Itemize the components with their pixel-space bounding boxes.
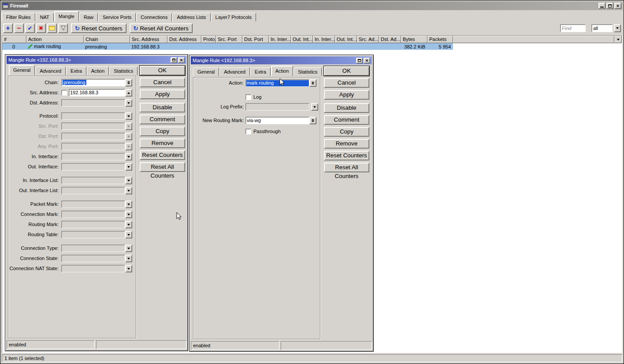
log-prefix-input[interactable] xyxy=(245,103,309,111)
col-chain[interactable]: Chain xyxy=(84,36,130,43)
col-src-port[interactable]: Src. Port xyxy=(216,36,242,43)
reset-all-counters-button[interactable]: Reset All Counters xyxy=(140,162,185,172)
disable-rule-button[interactable]: ✖ xyxy=(36,23,46,33)
col-in-interface-list[interactable]: In. Inter... xyxy=(313,36,335,43)
packet-mark-input[interactable] xyxy=(61,201,125,208)
routing-mark-input[interactable] xyxy=(61,221,125,228)
dialog1-close-button[interactable]: × xyxy=(178,57,185,63)
remove-rule-button[interactable]: − xyxy=(14,23,24,33)
out-interface-input[interactable] xyxy=(61,163,125,171)
routing-mark-expand-button[interactable] xyxy=(125,221,132,228)
apply-button[interactable]: Apply xyxy=(324,90,369,100)
dialog1-tab-action[interactable]: Action xyxy=(87,67,109,75)
close-button[interactable]: × xyxy=(614,3,621,9)
reset-counters-button[interactable]: Reset Counters xyxy=(140,150,185,160)
filter-scope-dropdown[interactable]: all xyxy=(591,24,613,32)
protocol-expand-button[interactable] xyxy=(125,112,132,120)
src-address-negate-checkbox[interactable] xyxy=(61,90,67,96)
tab-mangle[interactable]: Mangle xyxy=(54,11,79,22)
reset-all-counters-button[interactable]: Reset All Counters xyxy=(324,163,369,172)
dialog2-close-button[interactable]: × xyxy=(364,58,370,63)
dialog1-tab-statistics[interactable]: Statistics xyxy=(109,67,137,75)
copy-button[interactable]: Copy xyxy=(140,126,185,136)
cancel-button[interactable]: Cancel xyxy=(324,78,369,88)
action-combo[interactable]: mark routing xyxy=(245,79,309,87)
enable-rule-button[interactable]: ✔ xyxy=(25,23,35,33)
reset-all-counters-button[interactable]: ↻ Reset All Counters xyxy=(130,23,193,33)
dialog1-tab-extra[interactable]: Extra xyxy=(66,67,86,75)
col-bytes[interactable]: Bytes xyxy=(401,36,427,43)
dialog1-maximize-button[interactable] xyxy=(171,57,177,63)
col-dst-port[interactable]: Dst. Port xyxy=(242,36,269,43)
tab-connections[interactable]: Connections xyxy=(136,13,172,22)
out-interface-list-input[interactable] xyxy=(61,187,125,194)
connection-mark-expand-button[interactable] xyxy=(125,211,132,218)
col-src-address[interactable]: Src. Address xyxy=(130,36,167,43)
comment-button[interactable]: Comment xyxy=(324,115,369,125)
in-interface-list-input[interactable] xyxy=(61,177,125,184)
connection-mark-input[interactable] xyxy=(61,211,125,218)
action-dropdown-button[interactable] xyxy=(309,79,316,87)
out-interface-list-expand-button[interactable] xyxy=(125,187,132,194)
dialog2-tab-extra[interactable]: Extra xyxy=(250,67,271,76)
tab-raw[interactable]: Raw xyxy=(79,13,98,22)
new-routing-mark-dropdown-button[interactable] xyxy=(309,117,316,124)
find-input[interactable]: Find xyxy=(560,24,586,32)
log-checkbox[interactable] xyxy=(245,94,251,100)
col-src-address-list[interactable]: Src. Ad... xyxy=(357,36,379,43)
packet-mark-expand-button[interactable] xyxy=(125,201,132,208)
chain-combo[interactable]: prerouting xyxy=(61,79,125,86)
dst-address-input[interactable] xyxy=(61,99,125,107)
disable-button[interactable]: Disable xyxy=(140,103,185,112)
col-action[interactable]: Action xyxy=(26,36,84,43)
tab-address-lists[interactable]: Address Lists xyxy=(172,13,210,22)
tab-service-ports[interactable]: Service Ports xyxy=(98,13,136,22)
src-address-collapse-button[interactable] xyxy=(125,89,132,97)
in-interface-list-expand-button[interactable] xyxy=(125,177,132,184)
filter-scope-dropdown-button[interactable] xyxy=(614,24,621,32)
minimize-button[interactable] xyxy=(598,3,605,9)
column-selector-button[interactable] xyxy=(614,36,622,43)
apply-button[interactable]: Apply xyxy=(140,89,185,99)
disable-button[interactable]: Disable xyxy=(324,103,369,113)
comment-button[interactable]: Comment xyxy=(140,115,185,124)
col-in-interface[interactable]: In. Inter... xyxy=(269,36,291,43)
in-interface-expand-button[interactable] xyxy=(125,153,132,160)
col-out-interface[interactable]: Out. Int... xyxy=(291,36,313,43)
protocol-input[interactable] xyxy=(61,112,125,120)
col-number[interactable]: # xyxy=(2,36,26,43)
col-protocol[interactable]: Proto... xyxy=(201,36,216,43)
passthrough-checkbox[interactable] xyxy=(245,129,251,134)
remove-button[interactable]: Remove xyxy=(140,138,185,148)
connection-nat-state-input[interactable] xyxy=(61,265,125,272)
tab-layer7-protocols[interactable]: Layer7 Protocols xyxy=(211,13,256,22)
add-rule-button[interactable]: + xyxy=(3,23,13,33)
routing-table-expand-button[interactable] xyxy=(125,231,132,238)
dialog1-tab-general[interactable]: General xyxy=(9,65,35,75)
new-routing-mark-combo[interactable]: via-wg xyxy=(245,117,309,124)
tab-filter-rules[interactable]: Filter Rules xyxy=(2,13,35,22)
filter-button[interactable] xyxy=(58,23,68,33)
connection-type-input[interactable] xyxy=(61,245,125,252)
table-row[interactable]: 0 mark routing prerouting 192.168.88.3 3… xyxy=(2,43,453,50)
col-packets[interactable]: Packets xyxy=(427,36,453,43)
ok-button[interactable]: OK xyxy=(324,66,369,76)
dialog2-maximize-button[interactable] xyxy=(356,58,363,63)
reset-counters-button[interactable]: Reset Counters xyxy=(324,151,369,160)
col-dst-address[interactable]: Dst. Address xyxy=(167,36,201,43)
connection-nat-state-expand-button[interactable] xyxy=(125,265,132,272)
maximize-button[interactable] xyxy=(606,3,613,9)
log-prefix-expand-button[interactable] xyxy=(311,103,318,111)
routing-table-input[interactable] xyxy=(61,231,125,238)
dialog2-tab-advanced[interactable]: Advanced xyxy=(219,67,250,76)
copy-button[interactable]: Copy xyxy=(324,127,369,137)
out-interface-expand-button[interactable] xyxy=(125,163,132,171)
dialog2-tab-action[interactable]: Action xyxy=(271,66,293,76)
connection-type-expand-button[interactable] xyxy=(125,245,132,252)
connection-state-input[interactable] xyxy=(61,255,125,262)
col-out-interface-list[interactable]: Out. Int... xyxy=(335,36,357,43)
dialog2-tab-general[interactable]: General xyxy=(193,67,219,76)
src-address-input[interactable]: 192.168.88.3 xyxy=(69,89,125,97)
tab-nat[interactable]: NAT xyxy=(36,13,54,22)
cancel-button[interactable]: Cancel xyxy=(140,78,185,87)
